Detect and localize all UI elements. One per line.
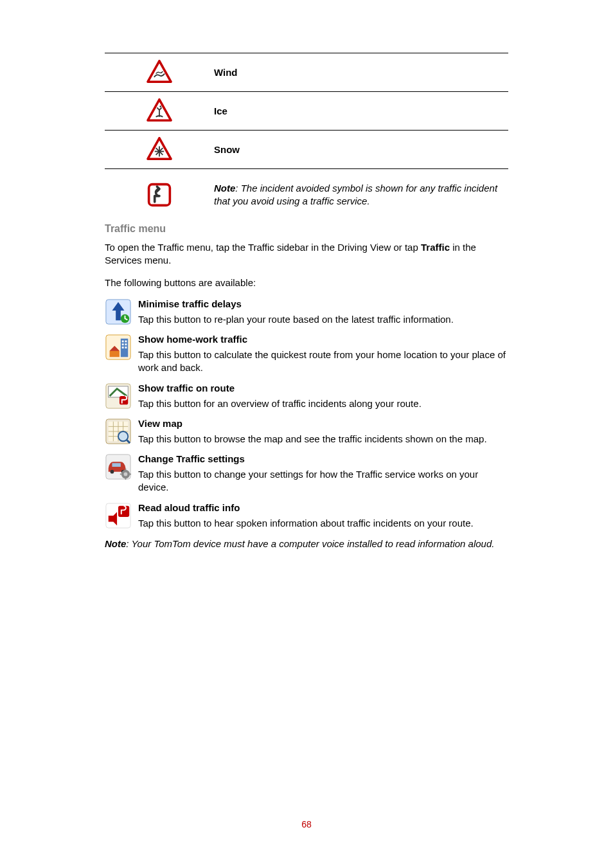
- snow-icon: [147, 137, 172, 160]
- menu-desc: Tap this button for an overview of traff…: [138, 397, 508, 410]
- menu-item-view-map: View map Tap this button to browse the m…: [105, 418, 508, 446]
- ice-icon: [147, 98, 172, 122]
- intro-paragraph: To open the Traffic menu, tap the Traffi…: [105, 241, 508, 267]
- menu-title: Change Traffic settings: [138, 453, 508, 464]
- note-text: Note: The incident avoided symbol is sho…: [214, 182, 508, 207]
- menu-title: Show home-work traffic: [138, 334, 508, 345]
- menu-desc: Tap this button to re-plan your route ba…: [138, 313, 508, 326]
- menu-title: View map: [138, 418, 508, 429]
- weather-label: Ice: [214, 92, 508, 131]
- page-number: 68: [0, 819, 613, 829]
- intro-paragraph-2: The following buttons are available:: [105, 276, 508, 289]
- intro-pre: To open the Traffic menu, tap the Traffi…: [105, 242, 421, 253]
- svg-point-40: [124, 473, 128, 476]
- menu-body: Minimise traffic delays Tap this button …: [138, 298, 508, 326]
- weather-icon-cell: [105, 53, 214, 92]
- home-work-icon: [105, 334, 132, 361]
- weather-label: Wind: [214, 53, 508, 92]
- menu-title: Show traffic on route: [138, 383, 508, 393]
- svg-point-33: [118, 431, 128, 441]
- traffic-route-icon: [105, 383, 132, 410]
- menu-body: View map Tap this button to browse the m…: [138, 418, 508, 446]
- read-aloud-icon: [105, 502, 132, 529]
- note-rest: : The incident avoided symbol is shown f…: [214, 183, 497, 206]
- svg-rect-18: [122, 343, 124, 345]
- menu-desc: Tap this button to calculate the quickes…: [138, 348, 508, 375]
- menu-body: Show home-work traffic Tap this button t…: [138, 334, 508, 375]
- menu-item-traffic-on-route: Show traffic on route Tap this button fo…: [105, 383, 508, 410]
- footer-note-rest: : Your TomTom device must have a compute…: [126, 538, 494, 549]
- note-icon-wrap: [105, 182, 214, 208]
- menu-item-read-aloud: Read aloud traffic info Tap this button …: [105, 502, 508, 530]
- svg-point-2: [159, 105, 161, 107]
- menu-item-change-settings: Change Traffic settings Tap this button …: [105, 453, 508, 494]
- menu-body: Read aloud traffic info Tap this button …: [138, 502, 508, 530]
- menu-item-home-work: Show home-work traffic Tap this button t…: [105, 334, 508, 375]
- svg-rect-16: [122, 341, 124, 343]
- menu-desc: Tap this button to change your settings …: [138, 468, 508, 494]
- weather-label: Snow: [214, 131, 508, 169]
- weather-icon-cell: [105, 131, 214, 169]
- view-map-icon: [105, 418, 132, 445]
- svg-rect-17: [125, 341, 127, 343]
- menu-item-minimise-delays: Minimise traffic delays Tap this button …: [105, 298, 508, 326]
- svg-rect-21: [125, 347, 127, 348]
- note-bold: Note: [214, 183, 235, 194]
- weather-symbol-table: Wind Ice: [105, 53, 508, 169]
- table-row: Ice: [105, 92, 508, 131]
- document-page: Wind Ice: [0, 0, 613, 868]
- table-row: Wind: [105, 53, 508, 92]
- menu-desc: Tap this button to browse the map and se…: [138, 433, 508, 446]
- car-settings-icon: [105, 453, 132, 480]
- menu-title: Minimise traffic delays: [138, 298, 508, 309]
- svg-rect-20: [122, 347, 124, 348]
- intro-bold: Traffic: [421, 242, 450, 253]
- table-row: Snow: [105, 131, 508, 169]
- svg-rect-19: [125, 343, 127, 345]
- svg-rect-36: [112, 463, 120, 467]
- incident-avoided-note: Note: The incident avoided symbol is sho…: [105, 182, 508, 208]
- footer-note-bold: Note: [105, 538, 126, 549]
- menu-body: Show traffic on route Tap this button fo…: [138, 383, 508, 410]
- menu-title: Read aloud traffic info: [138, 502, 508, 513]
- menu-body: Change Traffic settings Tap this button …: [138, 453, 508, 494]
- minimise-delays-icon: [105, 298, 132, 325]
- incident-avoided-icon: [147, 182, 172, 208]
- wind-icon: [147, 60, 172, 83]
- svg-rect-46: [118, 505, 129, 516]
- svg-marker-0: [148, 61, 171, 82]
- menu-desc: Tap this button to hear spoken informati…: [138, 517, 508, 530]
- weather-icon-cell: [105, 92, 214, 131]
- footer-note: Note: Your TomTom device must have a com…: [105, 538, 508, 550]
- svg-rect-15: [121, 339, 128, 357]
- section-title: Traffic menu: [105, 223, 508, 235]
- svg-point-37: [111, 470, 114, 474]
